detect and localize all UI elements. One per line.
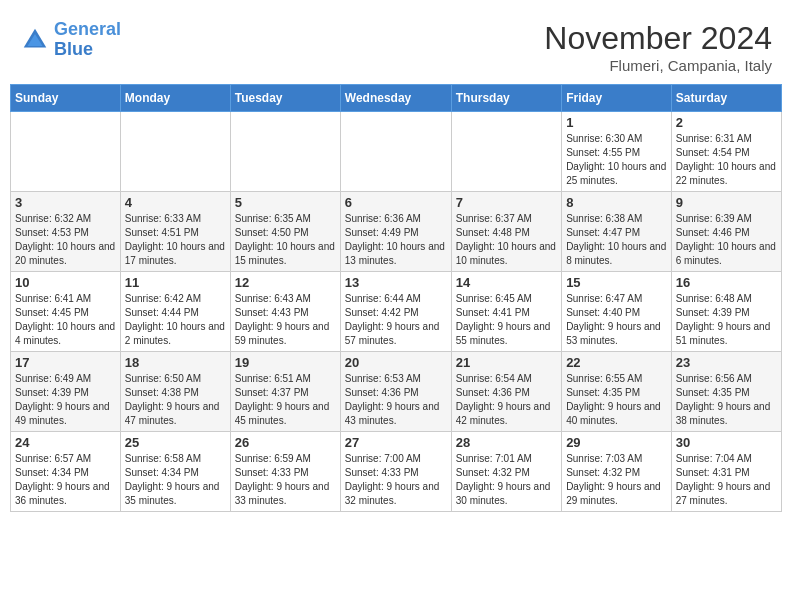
- calendar-cell: 10Sunrise: 6:41 AM Sunset: 4:45 PM Dayli…: [11, 272, 121, 352]
- day-info: Sunrise: 6:33 AM Sunset: 4:51 PM Dayligh…: [125, 212, 226, 268]
- day-info: Sunrise: 6:36 AM Sunset: 4:49 PM Dayligh…: [345, 212, 447, 268]
- day-info: Sunrise: 6:55 AM Sunset: 4:35 PM Dayligh…: [566, 372, 667, 428]
- day-number: 29: [566, 435, 667, 450]
- calendar-cell: 16Sunrise: 6:48 AM Sunset: 4:39 PM Dayli…: [671, 272, 781, 352]
- day-info: Sunrise: 6:48 AM Sunset: 4:39 PM Dayligh…: [676, 292, 777, 348]
- day-number: 28: [456, 435, 557, 450]
- day-number: 26: [235, 435, 336, 450]
- day-info: Sunrise: 6:41 AM Sunset: 4:45 PM Dayligh…: [15, 292, 116, 348]
- day-info: Sunrise: 6:37 AM Sunset: 4:48 PM Dayligh…: [456, 212, 557, 268]
- week-row-1: 1Sunrise: 6:30 AM Sunset: 4:55 PM Daylig…: [11, 112, 782, 192]
- day-info: Sunrise: 6:44 AM Sunset: 4:42 PM Dayligh…: [345, 292, 447, 348]
- day-info: Sunrise: 6:51 AM Sunset: 4:37 PM Dayligh…: [235, 372, 336, 428]
- calendar-cell: 2Sunrise: 6:31 AM Sunset: 4:54 PM Daylig…: [671, 112, 781, 192]
- weekday-header-thursday: Thursday: [451, 85, 561, 112]
- weekday-header-wednesday: Wednesday: [340, 85, 451, 112]
- day-number: 2: [676, 115, 777, 130]
- calendar-cell: 6Sunrise: 6:36 AM Sunset: 4:49 PM Daylig…: [340, 192, 451, 272]
- day-number: 4: [125, 195, 226, 210]
- day-number: 9: [676, 195, 777, 210]
- calendar-cell: 4Sunrise: 6:33 AM Sunset: 4:51 PM Daylig…: [120, 192, 230, 272]
- day-info: Sunrise: 6:45 AM Sunset: 4:41 PM Dayligh…: [456, 292, 557, 348]
- calendar-table: SundayMondayTuesdayWednesdayThursdayFrid…: [10, 84, 782, 512]
- day-number: 18: [125, 355, 226, 370]
- calendar-cell: [451, 112, 561, 192]
- calendar-cell: 1Sunrise: 6:30 AM Sunset: 4:55 PM Daylig…: [562, 112, 672, 192]
- day-number: 15: [566, 275, 667, 290]
- calendar-cell: 8Sunrise: 6:38 AM Sunset: 4:47 PM Daylig…: [562, 192, 672, 272]
- week-row-3: 10Sunrise: 6:41 AM Sunset: 4:45 PM Dayli…: [11, 272, 782, 352]
- calendar-cell: 13Sunrise: 6:44 AM Sunset: 4:42 PM Dayli…: [340, 272, 451, 352]
- calendar-cell: 9Sunrise: 6:39 AM Sunset: 4:46 PM Daylig…: [671, 192, 781, 272]
- calendar-cell: 28Sunrise: 7:01 AM Sunset: 4:32 PM Dayli…: [451, 432, 561, 512]
- day-info: Sunrise: 6:56 AM Sunset: 4:35 PM Dayligh…: [676, 372, 777, 428]
- calendar-cell: [120, 112, 230, 192]
- week-row-2: 3Sunrise: 6:32 AM Sunset: 4:53 PM Daylig…: [11, 192, 782, 272]
- week-row-4: 17Sunrise: 6:49 AM Sunset: 4:39 PM Dayli…: [11, 352, 782, 432]
- day-number: 24: [15, 435, 116, 450]
- weekday-header-saturday: Saturday: [671, 85, 781, 112]
- day-number: 21: [456, 355, 557, 370]
- day-number: 7: [456, 195, 557, 210]
- day-number: 25: [125, 435, 226, 450]
- weekday-header-row: SundayMondayTuesdayWednesdayThursdayFrid…: [11, 85, 782, 112]
- calendar-cell: 7Sunrise: 6:37 AM Sunset: 4:48 PM Daylig…: [451, 192, 561, 272]
- day-info: Sunrise: 6:35 AM Sunset: 4:50 PM Dayligh…: [235, 212, 336, 268]
- day-info: Sunrise: 6:57 AM Sunset: 4:34 PM Dayligh…: [15, 452, 116, 508]
- day-number: 12: [235, 275, 336, 290]
- day-number: 23: [676, 355, 777, 370]
- calendar-cell: 19Sunrise: 6:51 AM Sunset: 4:37 PM Dayli…: [230, 352, 340, 432]
- day-number: 11: [125, 275, 226, 290]
- calendar-cell: [230, 112, 340, 192]
- calendar-cell: 20Sunrise: 6:53 AM Sunset: 4:36 PM Dayli…: [340, 352, 451, 432]
- calendar-cell: 5Sunrise: 6:35 AM Sunset: 4:50 PM Daylig…: [230, 192, 340, 272]
- day-info: Sunrise: 6:31 AM Sunset: 4:54 PM Dayligh…: [676, 132, 777, 188]
- weekday-header-sunday: Sunday: [11, 85, 121, 112]
- day-info: Sunrise: 6:43 AM Sunset: 4:43 PM Dayligh…: [235, 292, 336, 348]
- weekday-header-monday: Monday: [120, 85, 230, 112]
- calendar-cell: 12Sunrise: 6:43 AM Sunset: 4:43 PM Dayli…: [230, 272, 340, 352]
- calendar-cell: 29Sunrise: 7:03 AM Sunset: 4:32 PM Dayli…: [562, 432, 672, 512]
- logo-line2: Blue: [54, 39, 93, 59]
- calendar-cell: 22Sunrise: 6:55 AM Sunset: 4:35 PM Dayli…: [562, 352, 672, 432]
- day-number: 6: [345, 195, 447, 210]
- location: Flumeri, Campania, Italy: [544, 57, 772, 74]
- day-number: 1: [566, 115, 667, 130]
- day-number: 3: [15, 195, 116, 210]
- logo-icon: [20, 25, 50, 55]
- logo-text: General Blue: [54, 20, 121, 60]
- day-info: Sunrise: 7:03 AM Sunset: 4:32 PM Dayligh…: [566, 452, 667, 508]
- day-info: Sunrise: 6:54 AM Sunset: 4:36 PM Dayligh…: [456, 372, 557, 428]
- day-info: Sunrise: 6:39 AM Sunset: 4:46 PM Dayligh…: [676, 212, 777, 268]
- calendar-cell: 30Sunrise: 7:04 AM Sunset: 4:31 PM Dayli…: [671, 432, 781, 512]
- day-number: 16: [676, 275, 777, 290]
- day-info: Sunrise: 6:38 AM Sunset: 4:47 PM Dayligh…: [566, 212, 667, 268]
- day-info: Sunrise: 6:58 AM Sunset: 4:34 PM Dayligh…: [125, 452, 226, 508]
- day-number: 20: [345, 355, 447, 370]
- day-info: Sunrise: 6:49 AM Sunset: 4:39 PM Dayligh…: [15, 372, 116, 428]
- day-info: Sunrise: 6:47 AM Sunset: 4:40 PM Dayligh…: [566, 292, 667, 348]
- day-info: Sunrise: 7:01 AM Sunset: 4:32 PM Dayligh…: [456, 452, 557, 508]
- day-number: 8: [566, 195, 667, 210]
- weekday-header-tuesday: Tuesday: [230, 85, 340, 112]
- day-number: 17: [15, 355, 116, 370]
- day-info: Sunrise: 6:42 AM Sunset: 4:44 PM Dayligh…: [125, 292, 226, 348]
- week-row-5: 24Sunrise: 6:57 AM Sunset: 4:34 PM Dayli…: [11, 432, 782, 512]
- logo-line1: General: [54, 19, 121, 39]
- calendar-cell: 14Sunrise: 6:45 AM Sunset: 4:41 PM Dayli…: [451, 272, 561, 352]
- calendar-cell: 17Sunrise: 6:49 AM Sunset: 4:39 PM Dayli…: [11, 352, 121, 432]
- day-number: 19: [235, 355, 336, 370]
- day-info: Sunrise: 6:53 AM Sunset: 4:36 PM Dayligh…: [345, 372, 447, 428]
- calendar-cell: 21Sunrise: 6:54 AM Sunset: 4:36 PM Dayli…: [451, 352, 561, 432]
- logo: General Blue: [20, 20, 121, 60]
- day-info: Sunrise: 7:00 AM Sunset: 4:33 PM Dayligh…: [345, 452, 447, 508]
- calendar-cell: [11, 112, 121, 192]
- day-number: 22: [566, 355, 667, 370]
- calendar-cell: 24Sunrise: 6:57 AM Sunset: 4:34 PM Dayli…: [11, 432, 121, 512]
- day-number: 14: [456, 275, 557, 290]
- month-title: November 2024: [544, 20, 772, 57]
- day-info: Sunrise: 6:59 AM Sunset: 4:33 PM Dayligh…: [235, 452, 336, 508]
- day-info: Sunrise: 6:32 AM Sunset: 4:53 PM Dayligh…: [15, 212, 116, 268]
- day-number: 5: [235, 195, 336, 210]
- calendar-cell: 25Sunrise: 6:58 AM Sunset: 4:34 PM Dayli…: [120, 432, 230, 512]
